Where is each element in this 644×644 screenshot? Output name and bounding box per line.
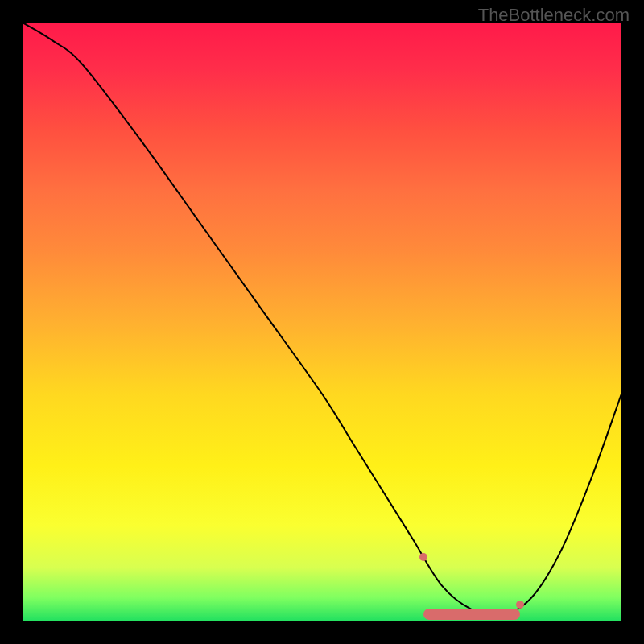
highlight-dot-left — [419, 553, 427, 561]
line-curve — [23, 23, 621, 621]
highlight-dot-right — [516, 601, 524, 609]
highlight-region — [423, 609, 519, 620]
chart-area — [23, 23, 621, 621]
watermark-text: TheBottleneck.com — [478, 5, 630, 26]
